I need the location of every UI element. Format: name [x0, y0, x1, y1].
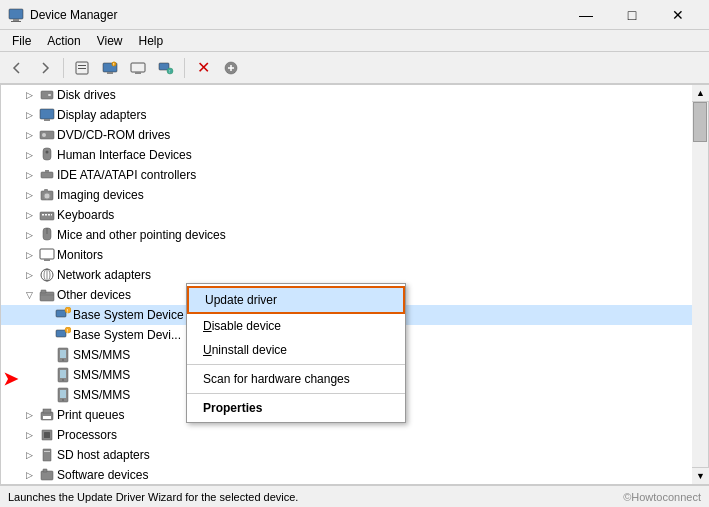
svg-point-21 [42, 133, 46, 137]
label-print: Print queues [57, 408, 124, 422]
icon-processors [39, 427, 55, 443]
menu-action[interactable]: Action [39, 32, 88, 50]
tree-item-monitors[interactable]: ▷ Monitors [1, 245, 692, 265]
close-button[interactable]: ✕ [655, 0, 701, 30]
toggle-other[interactable]: ▽ [21, 287, 37, 303]
tree-item-sd[interactable]: ▷ SD host adapters [1, 445, 692, 465]
menu-view[interactable]: View [89, 32, 131, 50]
menu-file[interactable]: File [4, 32, 39, 50]
tree-item-keyboards[interactable]: ▷ Keyboards [1, 205, 692, 225]
context-menu: Update driver Disable device Uninstall d… [186, 283, 406, 423]
tree-item-display[interactable]: ▷ Display adapters [1, 105, 692, 125]
label-other: Other devices [57, 288, 131, 302]
titlebar: Device Manager — □ ✕ [0, 0, 709, 30]
device-tree[interactable]: ➤ ▷ Disk drives ▷ Display adapters ▷ DVD… [0, 84, 692, 485]
tree-item-imaging[interactable]: ▷ Imaging devices [1, 185, 692, 205]
label-sms1: SMS/MMS [73, 348, 130, 362]
tree-item-software[interactable]: ▷ Software devices [1, 465, 692, 485]
display-button[interactable] [125, 56, 151, 80]
tree-item-dvd[interactable]: ▷ DVD/CD-ROM drives [1, 125, 692, 145]
context-menu-disable-device[interactable]: Disable device [187, 314, 405, 338]
svg-rect-43 [56, 310, 66, 317]
svg-rect-11 [135, 72, 141, 74]
toolbar: ! ↑ ✕ [0, 52, 709, 84]
toggle-disk-drives[interactable]: ▷ [21, 87, 37, 103]
properties-button[interactable] [69, 56, 95, 80]
toggle-print[interactable]: ▷ [21, 407, 37, 423]
uninstall-button[interactable]: ✕ [190, 56, 216, 80]
context-menu-update-driver[interactable]: Update driver [187, 286, 405, 314]
label-mice: Mice and other pointing devices [57, 228, 226, 242]
icon-imaging [39, 187, 55, 203]
toggle-dvd[interactable]: ▷ [21, 127, 37, 143]
svg-rect-10 [131, 63, 145, 72]
toggle-processors[interactable]: ▷ [21, 427, 37, 443]
icon-ide [39, 167, 55, 183]
svg-rect-1 [13, 19, 19, 21]
forward-button[interactable] [32, 56, 58, 80]
icon-sms3 [55, 387, 71, 403]
toggle-network[interactable]: ▷ [21, 267, 37, 283]
status-text: Launches the Update Driver Wizard for th… [8, 491, 298, 503]
tree-item-network[interactable]: ▷ Network adapters [1, 265, 692, 285]
svg-rect-46 [56, 330, 66, 337]
icon-bsd2: ! [55, 327, 71, 343]
label-display: Display adapters [57, 108, 146, 122]
icon-software [39, 467, 55, 483]
icon-display [39, 107, 55, 123]
icon-other [39, 287, 55, 303]
toggle-sms3: ▷ [37, 387, 53, 403]
toolbar-sep-2 [184, 58, 185, 78]
label-ide: IDE ATA/ATAPI controllers [57, 168, 196, 182]
toggle-mice[interactable]: ▷ [21, 227, 37, 243]
svg-rect-66 [43, 469, 47, 472]
scrollbar-track[interactable] [692, 102, 708, 467]
toggle-ide[interactable]: ▷ [21, 167, 37, 183]
icon-network [39, 267, 55, 283]
tree-item-processors[interactable]: ▷ Processors [1, 425, 692, 445]
svg-rect-60 [43, 416, 51, 419]
minimize-button[interactable]: — [563, 0, 609, 30]
svg-rect-29 [40, 212, 54, 220]
toggle-sd[interactable]: ▷ [21, 447, 37, 463]
toggle-imaging[interactable]: ▷ [21, 187, 37, 203]
context-menu-sep-2 [187, 393, 405, 394]
back-button[interactable] [4, 56, 30, 80]
tree-item-ide[interactable]: ▷ IDE ATA/ATAPI controllers [1, 165, 692, 185]
disable-device-label: Disable device [203, 319, 281, 333]
scroll-down-button[interactable]: ▼ [692, 467, 709, 484]
toggle-bsd2: ▷ [37, 327, 53, 343]
tree-item-disk-drives[interactable]: ▷ Disk drives [1, 85, 692, 105]
tree-item-hid[interactable]: ▷ Human Interface Devices [1, 145, 692, 165]
svg-point-27 [44, 193, 50, 199]
toggle-monitors[interactable]: ▷ [21, 247, 37, 263]
arrow-indicator: ➤ [3, 368, 18, 390]
add-driver-button[interactable] [218, 56, 244, 80]
toggle-keyboards[interactable]: ▷ [21, 207, 37, 223]
toggle-hid[interactable]: ▷ [21, 147, 37, 163]
scroll-up-button[interactable]: ▲ [692, 85, 709, 102]
svg-rect-65 [41, 471, 53, 480]
label-processors: Processors [57, 428, 117, 442]
main-area: ➤ ▷ Disk drives ▷ Display adapters ▷ DVD… [0, 84, 709, 485]
toggle-software[interactable]: ▷ [21, 467, 37, 483]
label-network: Network adapters [57, 268, 151, 282]
svg-rect-0 [9, 9, 23, 19]
svg-rect-7 [107, 72, 113, 74]
context-menu-scan[interactable]: Scan for hardware changes [187, 367, 405, 391]
menu-help[interactable]: Help [131, 32, 172, 50]
icon-base-system-device: ! [55, 307, 71, 323]
context-menu-properties[interactable]: Properties [187, 396, 405, 420]
context-menu-uninstall-device[interactable]: Uninstall device [187, 338, 405, 362]
scan-button[interactable]: ! [97, 56, 123, 80]
svg-rect-2 [11, 21, 21, 22]
tree-item-mice[interactable]: ▷ Mice and other pointing devices [1, 225, 692, 245]
toggle-display[interactable]: ▷ [21, 107, 37, 123]
vertical-scrollbar[interactable]: ▲ ▼ [692, 84, 709, 485]
maximize-button[interactable]: □ [609, 0, 655, 30]
scrollbar-thumb[interactable] [693, 102, 707, 142]
update-driver-label: Update driver [205, 293, 277, 307]
label-base-system-device: Base System Device [73, 308, 184, 322]
update-driver-button[interactable]: ↑ [153, 56, 179, 80]
svg-rect-32 [48, 214, 50, 216]
